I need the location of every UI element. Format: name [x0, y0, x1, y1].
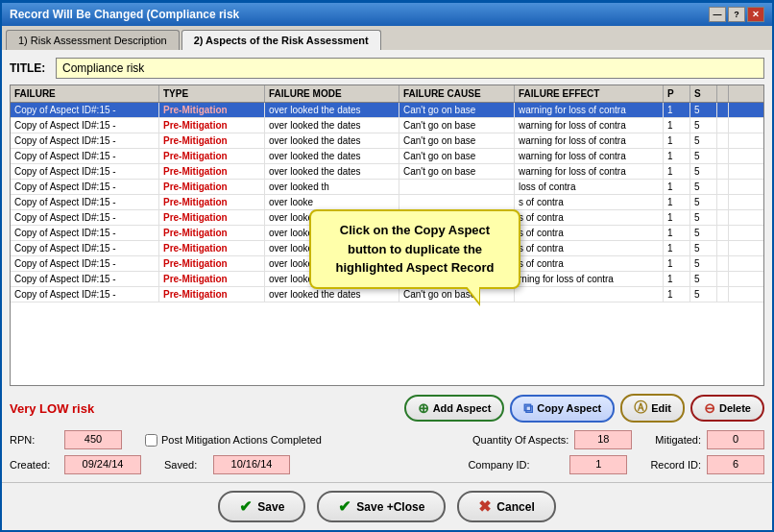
table-cell: Can't go on base — [399, 133, 515, 148]
minimize-button[interactable]: — — [709, 7, 726, 22]
rpn-label: RPN: — [10, 434, 53, 446]
table-cell: warning for loss of contra — [515, 118, 664, 133]
table-row[interactable]: Copy of Aspect ID#:15 -Pre-Mitigationove… — [11, 149, 763, 164]
tab-risk-description[interactable]: 1) Risk Assessment Description — [6, 30, 180, 50]
col-mode: FAILURE MODE — [265, 85, 399, 102]
table-cell: Copy of Aspect ID#:15 - — [11, 195, 159, 209]
table-cell: 1 — [664, 226, 690, 240]
table-cell: 5 — [690, 195, 717, 209]
post-mitigation-area: Post Mitigation Actions Completed — [145, 434, 322, 447]
add-aspect-button[interactable]: ⊕ Add Aspect — [404, 395, 505, 422]
table-cell: 1 — [664, 210, 690, 225]
table-cell: Pre-Mitigation — [159, 272, 265, 286]
table-cell: Copy of Aspect ID#:15 - — [11, 103, 159, 117]
table-cell: over looked the dates — [265, 287, 399, 302]
footer-buttons: ✔ Save ✔ Save +Close ✖ Cancel — [2, 482, 772, 530]
col-failure: FAILURE — [11, 85, 159, 102]
table-row[interactable]: Copy of Aspect ID#:15 -Pre-Mitigationove… — [11, 118, 763, 133]
table-cell: s of contra — [515, 241, 664, 255]
table-cell: 5 — [690, 226, 717, 240]
table-cell: s of contra — [515, 256, 664, 271]
table-cell — [717, 210, 729, 225]
table-cell: rning for loss of contra — [515, 272, 664, 286]
table-cell — [717, 133, 729, 148]
table-cell: Copy of Aspect ID#:15 - — [11, 133, 159, 148]
help-button[interactable]: ? — [728, 7, 745, 22]
table-cell — [717, 195, 729, 209]
copy-aspect-button[interactable]: ⧉ Copy Aspect — [510, 395, 615, 423]
table-cell: Pre-Mitigation — [159, 226, 265, 240]
risk-level-row: Very LOW risk ⊕ Add Aspect ⧉ Copy Aspect… — [10, 392, 764, 424]
table-cell: warning for loss of contra — [515, 133, 664, 148]
table-cell: s of contra — [515, 226, 664, 240]
table-cell — [717, 241, 729, 255]
table-cell — [717, 164, 729, 179]
table-cell — [717, 103, 729, 117]
table-cell: warning for loss of contra — [515, 103, 664, 117]
quantity-value: 18 — [574, 430, 632, 449]
table-cell: Copy of Aspect ID#:15 - — [11, 149, 159, 163]
table-cell: 5 — [690, 287, 717, 302]
main-window: Record Will Be Changed (Compliance risk … — [0, 0, 774, 532]
save-button[interactable]: ✔ Save — [218, 491, 305, 522]
table-cell: Pre-Mitigation — [159, 256, 265, 271]
delete-button[interactable]: ⊖ Delete — [690, 395, 764, 422]
table-cell: Copy of Aspect ID#:15 - — [11, 241, 159, 255]
table-cell: warning for loss of contra — [515, 149, 664, 163]
table-cell: Can't go on base — [399, 118, 515, 133]
table-row[interactable]: Copy of Aspect ID#:15 -Pre-Mitigationove… — [11, 103, 763, 118]
table-cell: Can't go on base — [399, 287, 515, 302]
post-mitigation-checkbox[interactable] — [145, 434, 157, 447]
table-cell: 5 — [690, 103, 717, 117]
table-cell: loss of contra — [515, 180, 664, 194]
table-cell: Can't go on base — [399, 149, 515, 163]
table-cell: Can't go on base — [399, 164, 515, 179]
table-cell: 5 — [690, 272, 717, 286]
table-cell: warning for loss of contra — [515, 164, 664, 179]
table-cell: Copy of Aspect ID#:15 - — [11, 210, 159, 225]
table-row[interactable]: Copy of Aspect ID#:15 -Pre-Mitigationove… — [11, 180, 763, 195]
mitigated-value: 0 — [707, 430, 764, 449]
saved-value: 10/16/14 — [213, 455, 290, 474]
risk-level-label: Very LOW risk — [10, 401, 94, 416]
table-cell: 5 — [690, 256, 717, 271]
table-row[interactable]: Copy of Aspect ID#:15 -Pre-Mitigationove… — [11, 287, 763, 302]
tabs-bar: 1) Risk Assessment Description 2) Aspect… — [2, 26, 772, 50]
company-label: Company ID: — [468, 459, 564, 471]
table-cell — [717, 287, 729, 302]
table-cell: 5 — [690, 241, 717, 255]
table-cell: 5 — [690, 164, 717, 179]
table-cell: over looked the dates — [265, 133, 399, 148]
table-row[interactable]: Copy of Aspect ID#:15 -Pre-Mitigationove… — [11, 195, 763, 210]
col-type: TYPE — [159, 85, 265, 102]
save-close-button[interactable]: ✔ Save +Close — [317, 491, 446, 522]
table-row[interactable]: Copy of Aspect ID#:15 -Pre-Mitigationove… — [11, 133, 763, 149]
tab-aspects[interactable]: 2) Aspects of the Risk Assessment — [181, 30, 381, 50]
table-cell: 5 — [690, 133, 717, 148]
title-row: TITLE: — [10, 58, 764, 79]
copy-icon: ⧉ — [523, 400, 533, 417]
table-cell: Copy of Aspect ID#:15 - — [11, 256, 159, 271]
table-cell — [717, 118, 729, 133]
quantity-label: Quantity Of Aspects: — [472, 434, 568, 446]
company-value: 1 — [569, 455, 627, 474]
add-icon: ⊕ — [418, 400, 429, 416]
edit-button[interactable]: Ⓐ Edit — [620, 394, 685, 423]
table-cell: Pre-Mitigation — [159, 103, 265, 117]
save-close-icon: ✔ — [338, 497, 351, 516]
title-input[interactable] — [56, 58, 764, 79]
table-cell: 5 — [690, 118, 717, 133]
table-cell: Pre-Mitigation — [159, 149, 265, 163]
close-button[interactable]: ✕ — [747, 7, 764, 22]
table-cell — [717, 226, 729, 240]
table-cell: over looked the dates — [265, 118, 399, 133]
cancel-button[interactable]: ✖ Cancel — [457, 491, 555, 522]
table-cell — [717, 149, 729, 163]
table-cell: over looke — [265, 195, 399, 209]
delete-icon: ⊖ — [704, 400, 715, 416]
table-cell: 1 — [664, 287, 690, 302]
table-cell: over looked the dates — [265, 164, 399, 179]
table-row[interactable]: Copy of Aspect ID#:15 -Pre-Mitigationove… — [11, 164, 763, 180]
save-checkmark-icon: ✔ — [239, 497, 252, 516]
table-header: FAILURE TYPE FAILURE MODE FAILURE CAUSE … — [11, 85, 763, 103]
